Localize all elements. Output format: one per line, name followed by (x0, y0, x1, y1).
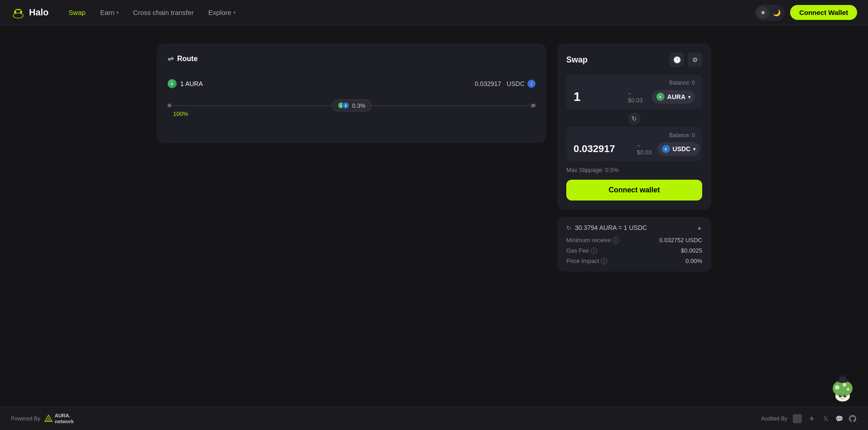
telegram-icon[interactable]: ✈ (807, 414, 816, 423)
nav-item-explore[interactable]: Explore ▾ (203, 6, 241, 19)
usdc-token-icon: $ (662, 145, 670, 153)
route-dot-left (168, 104, 171, 107)
to-token-row: ~ $0.03 $ USDC ▾ (574, 142, 695, 156)
price-impact-value: 0.00% (685, 258, 702, 264)
swap-history-button[interactable]: 🕐 (670, 53, 684, 67)
from-token-row: ~ $0.03 A AURA ▾ (574, 90, 695, 104)
audited-by-label: Audited By (761, 416, 787, 422)
aura-from-icon: A (168, 79, 177, 88)
swap-direction-button[interactable]: ↻ (627, 111, 641, 126)
footer-socials: ✈ 𝕏 💬 (807, 414, 857, 423)
twitter-icon[interactable]: 𝕏 (821, 414, 830, 423)
svg-point-10 (847, 388, 849, 391)
route-to-amount: 0.032917 (475, 80, 501, 87)
footer-right: Audited By ✈ 𝕏 💬 (761, 414, 857, 423)
route-pool-icons: A $ (338, 102, 349, 109)
slippage-value: 0.5% (605, 167, 619, 173)
slippage-label: Max Slippage: (566, 167, 603, 173)
svg-point-2 (20, 11, 22, 13)
rate-collapse-chevron-icon: ▲ (697, 225, 702, 231)
to-amount-input[interactable] (574, 143, 637, 155)
route-visual: A 1 AURA 0.032917 USDC i (168, 72, 535, 126)
route-icon: ⇌ (168, 54, 174, 63)
from-balance: Balance: 0 (574, 80, 695, 86)
mascot (825, 371, 861, 407)
slippage-row: Max Slippage: 0.5% (566, 167, 702, 173)
swap-panel: Swap 🕐 ⚙ Balance: 0 ~ $0.03 A AURA (557, 43, 711, 210)
nav-item-swap[interactable]: Swap (63, 6, 91, 19)
route-line-container: 100% A $ 0.3% ▶ (168, 92, 535, 119)
route-from-label: 1 AURA (180, 80, 203, 87)
rate-details: Minimum receive i 0.032752 USDC Gas Fee … (566, 237, 702, 264)
minimum-receive-label: Minimum receive i (566, 237, 619, 244)
connect-wallet-main-button[interactable]: Connect wallet (566, 180, 702, 201)
gas-fee-value: $0.0025 (681, 247, 702, 254)
minimum-receive-info-icon[interactable]: i (612, 237, 619, 244)
from-token-label: AURA (667, 93, 685, 100)
to-token-chevron-icon: ▾ (693, 147, 695, 152)
nav-right: ☀ 🌙 Connect Wallet (755, 5, 857, 21)
to-balance: Balance: 0 (574, 132, 695, 139)
halo-logo-icon (11, 5, 25, 20)
light-theme-button[interactable]: ☀ (757, 6, 769, 19)
explore-chevron-icon: ▾ (233, 10, 236, 15)
svg-point-9 (843, 383, 846, 387)
route-title: Route (177, 55, 198, 63)
to-token-selector[interactable]: $ USDC ▾ (657, 142, 700, 156)
from-token-selector[interactable]: A AURA ▾ (652, 90, 695, 104)
minimum-receive-row: Minimum receive i 0.032752 USDC (566, 237, 702, 244)
gas-fee-row: Gas Fee i $0.0025 (566, 247, 702, 254)
gas-fee-info-icon[interactable]: i (591, 248, 597, 254)
route-to: 0.032917 USDC i (475, 80, 535, 88)
main-content: ⇌ Route A 1 AURA 0.032917 (0, 25, 868, 407)
route-pool-fee: 0.3% (352, 102, 366, 109)
route-to-token: USDC (506, 80, 525, 87)
price-impact-row: Price Impact i 0.00% (566, 258, 702, 264)
navbar: Halo Swap Earn ▾ Cross chain transfer Ex… (0, 0, 868, 25)
nav-item-earn[interactable]: Earn ▾ (95, 6, 124, 19)
route-info-icon[interactable]: i (527, 80, 535, 88)
from-amount-input[interactable] (574, 90, 628, 104)
route-from: A 1 AURA (168, 79, 203, 88)
route-middle-badge: A $ 0.3% (332, 100, 371, 111)
route-percentage: 100% (173, 110, 188, 117)
to-usd-value: ~ $0.03 (637, 142, 652, 156)
earn-chevron-icon: ▾ (116, 10, 119, 15)
swap-title: Swap (566, 55, 588, 65)
swap-settings-button[interactable]: ⚙ (688, 53, 702, 67)
github-icon[interactable] (848, 414, 857, 423)
svg-point-13 (840, 395, 841, 396)
auditor-logo (793, 414, 802, 423)
gas-fee-label: Gas Fee i (566, 247, 597, 254)
logo-link[interactable]: Halo (11, 5, 48, 20)
rate-panel: ↻ 30.3794 AURA = 1 USDC ▲ Minimum receiv… (557, 217, 711, 272)
aura-network-icon (44, 414, 53, 423)
route-panel: ⇌ Route A 1 AURA 0.032917 (157, 43, 546, 143)
minimum-receive-value: 0.032752 USDC (659, 237, 702, 244)
aura-network-logo: AURA.network (44, 413, 74, 425)
price-impact-info-icon[interactable]: i (601, 258, 607, 264)
route-arrow-icon: ▶ (531, 102, 535, 109)
nav-links: Swap Earn ▾ Cross chain transfer Explore… (63, 6, 740, 19)
svg-point-12 (844, 395, 846, 397)
svg-point-1 (14, 11, 16, 13)
nav-item-cross-chain[interactable]: Cross chain transfer (128, 6, 199, 19)
from-token-card: Balance: 0 ~ $0.03 A AURA ▾ (566, 74, 702, 110)
price-impact-label: Price Impact i (566, 258, 607, 264)
svg-point-0 (13, 13, 23, 18)
logo-text: Halo (29, 7, 48, 18)
route-endpoints: A 1 AURA 0.032917 USDC i (168, 79, 535, 88)
swap-header: Swap 🕐 ⚙ (566, 53, 702, 67)
svg-point-8 (835, 385, 839, 390)
route-header: ⇌ Route (168, 54, 535, 63)
to-token-card: Balance: 0 ~ $0.03 $ USDC ▾ (566, 127, 702, 161)
swap-actions: 🕐 ⚙ (670, 53, 702, 67)
connect-wallet-nav-button[interactable]: Connect Wallet (790, 5, 857, 20)
rate-header[interactable]: ↻ 30.3794 AURA = 1 USDC ▲ (566, 224, 702, 231)
dark-theme-button[interactable]: 🌙 (770, 6, 783, 19)
footer-left: Powered By AURA.network (11, 413, 74, 425)
footer: Powered By AURA.network Audited By ✈ 𝕏 💬 (0, 407, 868, 430)
discord-icon[interactable]: 💬 (834, 414, 844, 423)
to-token-label: USDC (673, 145, 691, 153)
powered-by-label: Powered By (11, 416, 40, 422)
